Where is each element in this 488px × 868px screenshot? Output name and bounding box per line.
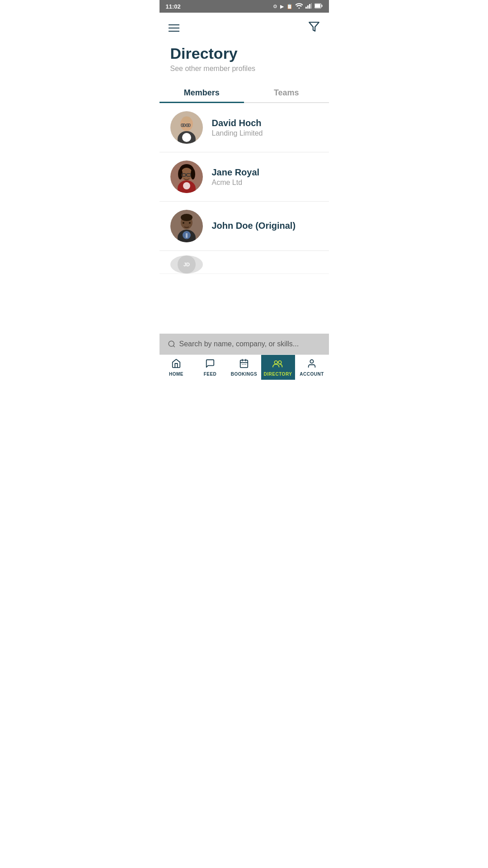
member-info-jane-royal: Jane Royal Acme Ltd bbox=[212, 167, 260, 187]
member-item-partial[interactable]: JD bbox=[160, 251, 329, 274]
play-icon: ▶ bbox=[280, 4, 284, 9]
svg-line-39 bbox=[173, 345, 174, 347]
member-list: David Hoch Landing Limited bbox=[160, 103, 329, 274]
bookings-icon bbox=[239, 359, 249, 371]
member-company: Landing Limited bbox=[212, 129, 263, 137]
menu-button[interactable] bbox=[169, 24, 179, 32]
member-item-john-doe[interactable]: John Doe (Original) bbox=[160, 202, 329, 251]
home-icon bbox=[171, 359, 181, 371]
gear-icon: ⚙ bbox=[273, 4, 277, 9]
nav-bookings[interactable]: BOOKINGS bbox=[227, 355, 261, 380]
signal-icon bbox=[305, 3, 312, 9]
wifi-icon bbox=[296, 3, 303, 9]
avatar-john-doe bbox=[170, 210, 203, 242]
nav-home[interactable]: HOME bbox=[160, 355, 193, 380]
status-time: 11:02 bbox=[166, 3, 181, 10]
status-bar: 11:02 ⚙ ▶ 📋 bbox=[160, 0, 329, 13]
search-icon bbox=[168, 340, 176, 348]
nav-feed-label: FEED bbox=[204, 372, 217, 377]
svg-point-49 bbox=[310, 359, 313, 363]
svg-point-30 bbox=[181, 214, 192, 221]
search-placeholder: Search by name, company, or skills... bbox=[179, 340, 299, 348]
content-area: Directory See other member profiles Memb… bbox=[160, 13, 329, 354]
svg-point-16 bbox=[182, 124, 184, 126]
svg-rect-6 bbox=[315, 4, 320, 8]
status-icons: ⚙ ▶ 📋 bbox=[273, 3, 323, 9]
member-item-jane-royal[interactable]: Jane Royal Acme Ltd bbox=[160, 152, 329, 202]
svg-point-35 bbox=[189, 222, 191, 224]
svg-rect-1 bbox=[307, 5, 309, 9]
svg-point-24 bbox=[183, 182, 190, 189]
svg-marker-7 bbox=[309, 22, 319, 31]
nav-account-label: ACCOUNT bbox=[300, 372, 324, 377]
account-icon bbox=[307, 359, 317, 371]
page-subtitle: See other member profiles bbox=[170, 65, 318, 73]
svg-rect-3 bbox=[311, 3, 312, 9]
member-item-david-hoch[interactable]: David Hoch Landing Limited bbox=[160, 103, 329, 152]
nav-account[interactable]: ACCOUNT bbox=[295, 355, 329, 380]
avatar-partial: JD bbox=[170, 255, 203, 274]
search-bar: Search by name, company, or skills... bbox=[168, 340, 321, 348]
svg-point-11 bbox=[182, 133, 191, 142]
avatar-jane-royal bbox=[170, 160, 203, 193]
svg-point-17 bbox=[187, 124, 189, 126]
member-name: Jane Royal bbox=[212, 167, 260, 178]
top-bar bbox=[160, 13, 329, 41]
svg-point-34 bbox=[183, 222, 184, 224]
page-title: Directory bbox=[170, 45, 318, 62]
page-header: Directory See other member profiles bbox=[160, 41, 329, 82]
member-name: David Hoch bbox=[212, 118, 263, 128]
nav-home-label: HOME bbox=[169, 372, 183, 377]
nav-directory[interactable]: DIRECTORY bbox=[261, 355, 295, 380]
battery-icon bbox=[314, 3, 323, 9]
svg-rect-0 bbox=[305, 7, 307, 9]
bottom-nav: HOME FEED BOOKINGS bbox=[160, 354, 329, 380]
directory-icon bbox=[272, 359, 283, 371]
member-company: Acme Ltd bbox=[212, 179, 260, 187]
tab-members[interactable]: Members bbox=[160, 82, 244, 102]
svg-point-15 bbox=[182, 116, 191, 123]
svg-rect-5 bbox=[321, 5, 322, 7]
member-name: John Doe (Original) bbox=[212, 221, 296, 231]
feed-icon bbox=[205, 359, 215, 371]
tabs: Members Teams bbox=[160, 82, 329, 103]
member-info-david-hoch: David Hoch Landing Limited bbox=[212, 118, 263, 137]
member-info-john-doe: John Doe (Original) bbox=[212, 221, 296, 232]
tab-teams[interactable]: Teams bbox=[244, 82, 329, 102]
filter-button[interactable] bbox=[308, 21, 320, 35]
svg-rect-33 bbox=[186, 233, 188, 238]
avatar-david-hoch bbox=[170, 111, 203, 144]
svg-text:JD: JD bbox=[183, 262, 189, 268]
svg-point-48 bbox=[278, 361, 282, 364]
nav-bookings-label: BOOKINGS bbox=[231, 372, 257, 377]
svg-rect-2 bbox=[309, 4, 310, 9]
svg-point-47 bbox=[274, 361, 277, 364]
nav-feed[interactable]: FEED bbox=[193, 355, 227, 380]
search-bar-container[interactable]: Search by name, company, or skills... bbox=[160, 334, 329, 354]
clipboard-icon: 📋 bbox=[286, 4, 293, 9]
nav-directory-label: DIRECTORY bbox=[264, 372, 292, 377]
svg-point-22 bbox=[191, 169, 195, 179]
svg-point-38 bbox=[169, 341, 174, 346]
